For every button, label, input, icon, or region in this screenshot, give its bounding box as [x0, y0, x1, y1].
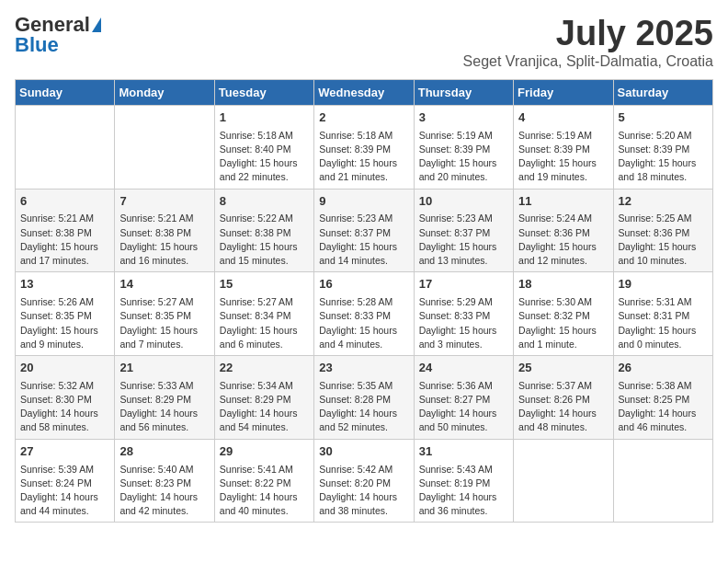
calendar: SundayMondayTuesdayWednesdayThursdayFrid… [15, 79, 713, 523]
calendar-cell: 9Sunrise: 5:23 AM Sunset: 8:37 PM Daylig… [314, 189, 414, 272]
day-info: Sunrise: 5:29 AM Sunset: 8:33 PM Dayligh… [419, 295, 508, 351]
day-info: Sunrise: 5:37 AM Sunset: 8:26 PM Dayligh… [518, 379, 608, 435]
calendar-cell: 27Sunrise: 5:39 AM Sunset: 8:24 PM Dayli… [16, 439, 115, 523]
day-number: 5 [619, 109, 708, 127]
day-info: Sunrise: 5:41 AM Sunset: 8:22 PM Dayligh… [220, 463, 309, 519]
day-number: 19 [619, 276, 708, 293]
calendar-cell: 18Sunrise: 5:30 AM Sunset: 8:32 PM Dayli… [514, 272, 613, 356]
calendar-week-row: 27Sunrise: 5:39 AM Sunset: 8:24 PM Dayli… [16, 439, 713, 523]
location-title: Seget Vranjica, Split-Dalmatia, Croatia [463, 53, 713, 70]
calendar-cell: 2Sunrise: 5:18 AM Sunset: 8:39 PM Daylig… [314, 105, 414, 189]
calendar-cell: 24Sunrise: 5:36 AM Sunset: 8:27 PM Dayli… [414, 355, 513, 439]
logo: General Blue [15, 15, 101, 55]
calendar-cell: 14Sunrise: 5:27 AM Sunset: 8:35 PM Dayli… [115, 272, 214, 356]
calendar-cell [115, 105, 214, 189]
month-title: July 2025 [463, 15, 713, 53]
day-info: Sunrise: 5:38 AM Sunset: 8:25 PM Dayligh… [619, 379, 708, 435]
day-info: Sunrise: 5:19 AM Sunset: 8:39 PM Dayligh… [518, 129, 608, 185]
day-info: Sunrise: 5:34 AM Sunset: 8:29 PM Dayligh… [220, 379, 309, 435]
calendar-week-row: 1Sunrise: 5:18 AM Sunset: 8:40 PM Daylig… [16, 105, 713, 189]
day-number: 17 [419, 276, 508, 293]
day-number: 22 [220, 360, 309, 377]
day-info: Sunrise: 5:27 AM Sunset: 8:34 PM Dayligh… [220, 295, 309, 351]
calendar-cell: 22Sunrise: 5:34 AM Sunset: 8:29 PM Dayli… [214, 355, 313, 439]
calendar-cell [514, 439, 613, 523]
day-info: Sunrise: 5:23 AM Sunset: 8:37 PM Dayligh… [319, 212, 408, 268]
day-info: Sunrise: 5:36 AM Sunset: 8:27 PM Dayligh… [419, 379, 508, 435]
day-info: Sunrise: 5:21 AM Sunset: 8:38 PM Dayligh… [20, 212, 109, 268]
logo-blue: Blue [15, 35, 59, 55]
calendar-header-monday: Monday [115, 79, 214, 105]
day-number: 4 [518, 109, 608, 127]
day-info: Sunrise: 5:18 AM Sunset: 8:39 PM Dayligh… [319, 129, 408, 185]
calendar-cell: 11Sunrise: 5:24 AM Sunset: 8:36 PM Dayli… [514, 189, 613, 272]
day-number: 6 [20, 193, 109, 211]
day-info: Sunrise: 5:19 AM Sunset: 8:39 PM Dayligh… [419, 129, 508, 185]
day-info: Sunrise: 5:22 AM Sunset: 8:38 PM Dayligh… [220, 212, 309, 268]
calendar-header-friday: Friday [514, 79, 613, 105]
calendar-cell: 26Sunrise: 5:38 AM Sunset: 8:25 PM Dayli… [613, 355, 712, 439]
calendar-cell: 3Sunrise: 5:19 AM Sunset: 8:39 PM Daylig… [414, 105, 513, 189]
day-number: 8 [220, 193, 309, 211]
calendar-cell: 21Sunrise: 5:33 AM Sunset: 8:29 PM Dayli… [115, 355, 214, 439]
title-area: July 2025 Seget Vranjica, Split-Dalmatia… [463, 15, 713, 70]
calendar-cell: 1Sunrise: 5:18 AM Sunset: 8:40 PM Daylig… [214, 105, 313, 189]
calendar-cell: 29Sunrise: 5:41 AM Sunset: 8:22 PM Dayli… [214, 439, 313, 523]
day-info: Sunrise: 5:39 AM Sunset: 8:24 PM Dayligh… [20, 463, 109, 519]
day-info: Sunrise: 5:20 AM Sunset: 8:39 PM Dayligh… [619, 129, 708, 185]
calendar-week-row: 13Sunrise: 5:26 AM Sunset: 8:35 PM Dayli… [16, 272, 713, 356]
day-number: 27 [20, 443, 109, 461]
calendar-header-row: SundayMondayTuesdayWednesdayThursdayFrid… [16, 79, 713, 105]
calendar-cell: 19Sunrise: 5:31 AM Sunset: 8:31 PM Dayli… [613, 272, 712, 356]
calendar-header-tuesday: Tuesday [214, 79, 313, 105]
day-info: Sunrise: 5:31 AM Sunset: 8:31 PM Dayligh… [619, 295, 708, 351]
calendar-cell: 7Sunrise: 5:21 AM Sunset: 8:38 PM Daylig… [115, 189, 214, 272]
calendar-header-sunday: Sunday [16, 79, 115, 105]
calendar-cell: 28Sunrise: 5:40 AM Sunset: 8:23 PM Dayli… [115, 439, 214, 523]
day-number: 20 [20, 360, 109, 377]
day-number: 24 [419, 360, 508, 377]
day-number: 12 [619, 193, 708, 211]
calendar-cell: 6Sunrise: 5:21 AM Sunset: 8:38 PM Daylig… [16, 189, 115, 272]
calendar-week-row: 20Sunrise: 5:32 AM Sunset: 8:30 PM Dayli… [16, 355, 713, 439]
calendar-cell: 23Sunrise: 5:35 AM Sunset: 8:28 PM Dayli… [314, 355, 414, 439]
day-info: Sunrise: 5:42 AM Sunset: 8:20 PM Dayligh… [319, 463, 408, 519]
calendar-cell: 17Sunrise: 5:29 AM Sunset: 8:33 PM Dayli… [414, 272, 513, 356]
day-number: 3 [419, 109, 508, 127]
day-number: 30 [319, 443, 408, 461]
calendar-cell: 25Sunrise: 5:37 AM Sunset: 8:26 PM Dayli… [514, 355, 613, 439]
calendar-cell [16, 105, 115, 189]
day-number: 14 [119, 276, 209, 293]
calendar-header-wednesday: Wednesday [314, 79, 414, 105]
day-info: Sunrise: 5:35 AM Sunset: 8:28 PM Dayligh… [319, 379, 408, 435]
day-info: Sunrise: 5:32 AM Sunset: 8:30 PM Dayligh… [20, 379, 109, 435]
day-number: 16 [319, 276, 408, 293]
day-info: Sunrise: 5:43 AM Sunset: 8:19 PM Dayligh… [419, 463, 508, 519]
calendar-cell: 31Sunrise: 5:43 AM Sunset: 8:19 PM Dayli… [414, 439, 513, 523]
day-info: Sunrise: 5:27 AM Sunset: 8:35 PM Dayligh… [119, 295, 209, 351]
logo-triangle-icon [92, 17, 101, 32]
calendar-cell: 12Sunrise: 5:25 AM Sunset: 8:36 PM Dayli… [613, 189, 712, 272]
calendar-week-row: 6Sunrise: 5:21 AM Sunset: 8:38 PM Daylig… [16, 189, 713, 272]
day-number: 18 [518, 276, 608, 293]
calendar-cell [613, 439, 712, 523]
calendar-cell: 4Sunrise: 5:19 AM Sunset: 8:39 PM Daylig… [514, 105, 613, 189]
day-number: 23 [319, 360, 408, 377]
calendar-cell: 20Sunrise: 5:32 AM Sunset: 8:30 PM Dayli… [16, 355, 115, 439]
day-number: 11 [518, 193, 608, 211]
day-number: 1 [220, 109, 309, 127]
calendar-body: 1Sunrise: 5:18 AM Sunset: 8:40 PM Daylig… [16, 105, 713, 523]
day-number: 25 [518, 360, 608, 377]
day-number: 13 [20, 276, 109, 293]
calendar-cell: 15Sunrise: 5:27 AM Sunset: 8:34 PM Dayli… [214, 272, 313, 356]
day-info: Sunrise: 5:18 AM Sunset: 8:40 PM Dayligh… [220, 129, 309, 185]
day-number: 26 [619, 360, 708, 377]
day-info: Sunrise: 5:40 AM Sunset: 8:23 PM Dayligh… [119, 463, 209, 519]
day-number: 2 [319, 109, 408, 127]
day-info: Sunrise: 5:21 AM Sunset: 8:38 PM Dayligh… [119, 212, 209, 268]
calendar-cell: 10Sunrise: 5:23 AM Sunset: 8:37 PM Dayli… [414, 189, 513, 272]
day-info: Sunrise: 5:24 AM Sunset: 8:36 PM Dayligh… [518, 212, 608, 268]
day-number: 21 [119, 360, 209, 377]
header: General Blue July 2025 Seget Vranjica, S… [15, 15, 713, 70]
calendar-header-thursday: Thursday [414, 79, 513, 105]
